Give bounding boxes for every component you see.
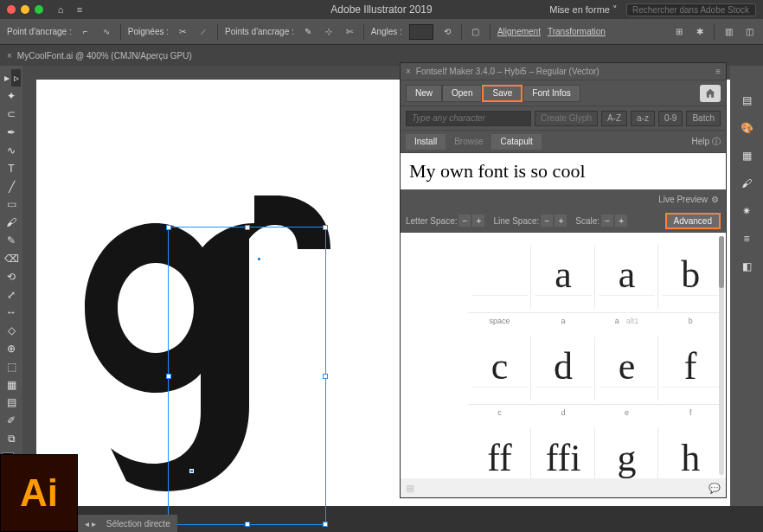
- zoom-indicator[interactable]: ◂ ▸: [85, 519, 96, 529]
- font-infos-button[interactable]: Font Infos: [523, 85, 580, 102]
- cut-path-icon[interactable]: ✄: [343, 25, 356, 39]
- rectangle-tool[interactable]: ▭: [2, 196, 21, 213]
- new-button[interactable]: New: [406, 85, 442, 102]
- isolate-icon[interactable]: ▢: [469, 25, 483, 39]
- angle-input[interactable]: [409, 24, 433, 40]
- handle-join-icon[interactable]: ⟋: [196, 25, 210, 39]
- gradient-tool[interactable]: ▤: [2, 394, 21, 411]
- panel-close-icon[interactable]: ×: [406, 67, 411, 76]
- settings-icon[interactable]: ⚙: [711, 195, 719, 204]
- letter-space-plus[interactable]: +: [472, 215, 484, 227]
- glyph-cell[interactable]: ffffliga: [468, 420, 532, 478]
- rotate-tool[interactable]: ⟲: [2, 268, 21, 285]
- panel-header[interactable]: × Fontself Maker 3.4.0 – Hybi5 – Regular…: [401, 63, 726, 80]
- glyph-cell[interactable]: bb: [658, 236, 722, 328]
- advanced-button[interactable]: Advanced: [665, 213, 721, 229]
- letter-space-minus[interactable]: −: [458, 215, 471, 227]
- handle-cut-icon[interactable]: ✂: [176, 25, 189, 39]
- glyph-cell[interactable]: ffiffiliga: [531, 420, 595, 478]
- grid-toggle-icon[interactable]: ▦: [406, 483, 414, 494]
- vertical-ruler[interactable]: [22, 66, 36, 506]
- anchor-point[interactable]: [189, 469, 194, 473]
- scale-minus[interactable]: −: [601, 215, 613, 227]
- mesh-tool[interactable]: ▦: [2, 376, 21, 393]
- range-az-upper-button[interactable]: A-Z: [601, 111, 627, 126]
- range-09-button[interactable]: 0-9: [658, 111, 683, 126]
- catapult-tab[interactable]: Catapult: [491, 134, 541, 150]
- type-character-input[interactable]: [406, 111, 531, 126]
- eraser-tool[interactable]: ⌫: [2, 250, 21, 266]
- layers-panel-icon[interactable]: ◧: [737, 258, 756, 275]
- glyph-cell[interactable]: ff: [658, 328, 722, 420]
- align-target-icon[interactable]: ⊞: [672, 25, 686, 39]
- eyedropper-tool[interactable]: ✐: [2, 413, 21, 429]
- shape-builder-tool[interactable]: ⊕: [2, 341, 21, 357]
- font-preview-text[interactable]: My own font is so cool: [401, 153, 726, 189]
- glyph-cell[interactable]: ee: [595, 328, 659, 420]
- angle-icon[interactable]: ⟲: [440, 25, 454, 39]
- brushes-panel-icon[interactable]: 🖌: [737, 175, 756, 192]
- anchor-point[interactable]: [257, 257, 261, 261]
- paintbrush-tool[interactable]: 🖌: [2, 215, 21, 231]
- hamburger-icon[interactable]: ≡: [73, 3, 87, 16]
- home-icon[interactable]: ⌂: [54, 3, 67, 16]
- perspective-tool[interactable]: ⬚: [2, 358, 21, 375]
- pen-tool[interactable]: ✒: [2, 125, 21, 141]
- glyph-cell[interactable]: aa: [531, 236, 595, 328]
- glyph-cell[interactable]: space: [468, 236, 532, 328]
- save-button[interactable]: Save: [482, 85, 523, 102]
- symbols-panel-icon[interactable]: ✷: [737, 202, 756, 220]
- fontself-home-icon[interactable]: [700, 85, 721, 102]
- glyph-scrollbar[interactable]: [719, 236, 724, 475]
- window-zoom[interactable]: [35, 5, 43, 14]
- panel-menu-icon[interactable]: ≡: [715, 67, 721, 76]
- window-close[interactable]: [7, 5, 16, 14]
- window-minimize[interactable]: [21, 5, 29, 14]
- add-anchor-icon[interactable]: ⊹: [322, 25, 336, 39]
- expand-panel-icon[interactable]: ◫: [742, 25, 756, 39]
- curvature-tool[interactable]: ∿: [2, 142, 21, 158]
- convert-smooth-icon[interactable]: ∿: [99, 25, 113, 39]
- scale-plus[interactable]: +: [615, 215, 627, 227]
- lasso-tool[interactable]: ⊂: [2, 106, 21, 123]
- help-link[interactable]: Helpⓘ: [691, 136, 721, 148]
- shaper-tool[interactable]: ✎: [2, 233, 21, 249]
- blend-tool[interactable]: ⧉: [2, 431, 21, 447]
- line-tool[interactable]: ╱: [2, 178, 21, 195]
- width-tool[interactable]: ↔: [2, 304, 21, 321]
- line-space-minus[interactable]: −: [541, 215, 553, 227]
- type-tool[interactable]: T: [2, 160, 21, 176]
- transform-link[interactable]: Transformation: [548, 27, 606, 36]
- illustrator-app-icon[interactable]: Ai: [0, 454, 78, 532]
- glyph-cell[interactable]: aaalt1: [595, 236, 659, 328]
- browse-tab[interactable]: Browse: [446, 134, 491, 150]
- adobe-stock-search[interactable]: [626, 3, 756, 16]
- create-glyph-button[interactable]: Create Glyph: [535, 111, 598, 126]
- glyph-path[interactable]: [62, 123, 339, 495]
- color-panel-icon[interactable]: 🎨: [737, 119, 756, 137]
- stroke-panel-icon[interactable]: ≡: [737, 230, 756, 247]
- glyph-grid[interactable]: spaceaaaaalt1bbccddeeffffffligaffiffilig…: [401, 233, 726, 478]
- key-object-icon[interactable]: ✱: [693, 25, 707, 39]
- open-button[interactable]: Open: [442, 85, 482, 102]
- properties-panel-icon[interactable]: ▤: [737, 92, 756, 109]
- range-az-lower-button[interactable]: a-z: [631, 111, 655, 126]
- document-tab[interactable]: × MyCoolFont.ai @ 400% (CMJN/Aperçu GPU): [7, 51, 192, 61]
- glyph-cell[interactable]: hh: [658, 420, 722, 478]
- panel-layout-icon[interactable]: ▥: [721, 25, 735, 39]
- selection-tool[interactable]: ▸: [2, 69, 11, 87]
- workspace-dropdown[interactable]: Mise en forme ˅: [549, 4, 618, 16]
- close-tab-icon[interactable]: ×: [7, 51, 12, 61]
- convert-corner-icon[interactable]: ⌐: [79, 25, 93, 39]
- glyph-cell[interactable]: dd: [531, 328, 595, 420]
- batch-button[interactable]: Batch: [686, 111, 721, 126]
- line-space-plus[interactable]: +: [555, 215, 567, 227]
- free-transform-tool[interactable]: ◇: [2, 323, 21, 339]
- remove-anchor-icon[interactable]: ✎: [301, 25, 315, 39]
- install-tab[interactable]: Install: [406, 134, 446, 150]
- magic-wand-tool[interactable]: ✦: [2, 88, 21, 105]
- glyph-cell[interactable]: cc: [468, 328, 532, 420]
- glyph-cell[interactable]: gg: [595, 420, 659, 478]
- alignment-link[interactable]: Alignement: [497, 27, 541, 36]
- direct-selection-tool[interactable]: ▹: [11, 69, 21, 87]
